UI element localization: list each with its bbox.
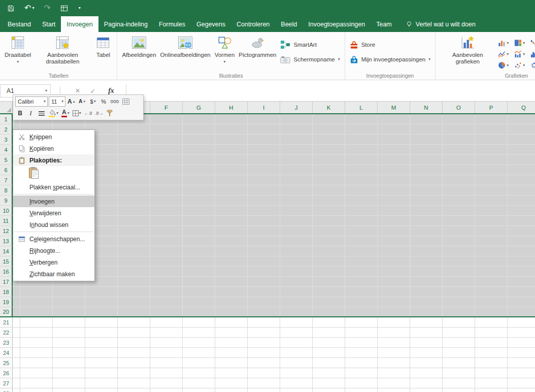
save-button[interactable]	[7, 5, 15, 12]
column-header-l[interactable]: L	[345, 102, 378, 113]
tab-invoegen[interactable]: Invoegen	[61, 16, 98, 32]
row-header-4[interactable]: 4	[0, 145, 13, 155]
row-header-3[interactable]: 3	[0, 135, 13, 145]
increase-decimal-button[interactable]: ←.0	[83, 108, 93, 118]
customize-quick-access-button[interactable]: ▾	[78, 6, 81, 10]
menu-item-celeigenschappen[interactable]: Celeigenschappen...	[13, 233, 94, 245]
row-header-16[interactable]: 16	[0, 267, 13, 277]
font-size-select[interactable]: 11 ▾	[49, 96, 65, 107]
menu-item-kopieren[interactable]: Kopiëren	[13, 143, 94, 154]
row-header-13[interactable]: 13	[0, 236, 13, 246]
tab-formules[interactable]: Formules	[153, 16, 191, 32]
format-painter-button[interactable]	[105, 108, 115, 118]
row-header-10[interactable]: 10	[0, 206, 13, 216]
column-header-f[interactable]: F	[150, 102, 183, 113]
format-as-table-button[interactable]	[121, 96, 131, 107]
column-header-m[interactable]: M	[378, 102, 410, 113]
decrease-font-size-button[interactable]: A▼	[78, 96, 87, 107]
ribbon-button-pictogrammen[interactable]: Pictogrammen	[237, 33, 278, 72]
pie-chart-button[interactable]: ▾	[498, 60, 514, 71]
row-header-24[interactable]: 24	[0, 348, 13, 358]
row-header-18[interactable]: 18	[0, 287, 13, 297]
row-header-28[interactable]: 28	[0, 388, 13, 392]
ribbon-button-store[interactable]: Store	[350, 39, 431, 50]
radar-chart-button[interactable]: ▾	[530, 60, 535, 71]
waterfall-chart-button[interactable]: ▾	[530, 38, 535, 48]
menu-item-invoegen[interactable]: Invoegen	[13, 195, 94, 207]
row-header-20[interactable]: 20	[0, 307, 13, 317]
column-header-q[interactable]: Q	[508, 102, 535, 113]
ribbon-button-aanbevolen-grafieken[interactable]: Aanbevolen grafieken	[438, 33, 497, 72]
row-header-26[interactable]: 26	[0, 368, 13, 378]
column-header-i[interactable]: I	[248, 102, 280, 113]
menu-item-zichtbaar-maken[interactable]: Zichtbaar maken	[13, 268, 94, 280]
font-name-select[interactable]: Calibri ▾	[15, 96, 48, 107]
row-header-27[interactable]: 27	[0, 378, 13, 388]
menu-item-inhoud-wissen[interactable]: Inhoud wissen	[13, 219, 94, 231]
undo-button[interactable]: ↶▾	[24, 4, 34, 12]
menu-item-verbergen[interactable]: Verbergen	[13, 256, 94, 268]
row-header-1[interactable]: 1	[0, 114, 13, 124]
font-color-button[interactable]: A ▾	[60, 108, 71, 118]
row-header-5[interactable]: 5	[0, 155, 13, 165]
percent-format-button[interactable]: %	[99, 96, 109, 107]
menu-item-rijhoogte[interactable]: Rijhoogte...	[13, 245, 94, 256]
column-header-p[interactable]: P	[475, 102, 508, 113]
row-header-22[interactable]: 22	[0, 328, 13, 338]
increase-font-size-button[interactable]: A▲	[66, 96, 77, 107]
menu-item-knippen[interactable]: Knippen	[13, 131, 94, 143]
paste-option-button[interactable]	[13, 166, 94, 181]
row-header-23[interactable]: 23	[0, 338, 13, 348]
scatter-chart-button[interactable]: ▾	[514, 60, 530, 71]
tab-bestand[interactable]: Bestand	[2, 16, 37, 32]
borders-button[interactable]: ▾	[72, 108, 82, 118]
row-header-2[interactable]: 2	[0, 124, 13, 135]
row-header-12[interactable]: 12	[0, 226, 13, 236]
column-header-j[interactable]: J	[280, 102, 313, 113]
ribbon-button-mijn-invoegtoepassingen[interactable]: Mijn invoegtoepassingen▾	[350, 54, 431, 65]
redo-button[interactable]: ↷	[44, 4, 50, 12]
workbook-button[interactable]	[60, 5, 68, 12]
row-header-21[interactable]: 21	[0, 317, 13, 328]
menu-item-plakken-speciaal[interactable]: Plakken speciaal...	[13, 181, 94, 193]
ribbon-button-vormen[interactable]: Vormen▾	[213, 33, 237, 72]
italic-button[interactable]: I	[26, 108, 36, 118]
line-chart-button[interactable]: ▾	[498, 49, 514, 59]
ribbon-button-tabel[interactable]: Tabel	[92, 33, 114, 72]
row-header-9[interactable]: 9	[0, 195, 13, 206]
fill-color-button[interactable]: ▾	[47, 108, 59, 118]
center-align-button[interactable]	[37, 108, 46, 118]
tab-team[interactable]: Team	[371, 16, 397, 32]
menu-item-verwijderen[interactable]: Verwijderen	[13, 207, 94, 219]
column-header-h[interactable]: H	[215, 102, 248, 113]
comma-format-button[interactable]: 000	[110, 96, 120, 107]
tab-gegevens[interactable]: Gegevens	[191, 16, 231, 32]
hierarchy-chart-button[interactable]: ▾	[514, 38, 530, 48]
tell-me[interactable]: Vertel wat u wilt doen	[406, 16, 476, 32]
row-header-15[interactable]: 15	[0, 256, 13, 267]
menu-item-plakopties[interactable]: Plakopties:	[13, 154, 94, 166]
column-header-n[interactable]: N	[410, 102, 443, 113]
currency-format-button[interactable]: $ ▾	[88, 96, 98, 107]
ribbon-button-aanbevolen-draaitabellen[interactable]: Aanbevolen draaitabellen	[33, 33, 92, 72]
row-header-19[interactable]: 19	[0, 297, 13, 307]
row-header-7[interactable]: 7	[0, 175, 13, 185]
column-chart-button[interactable]: ▾	[498, 38, 514, 48]
ribbon-button-schermopname[interactable]: Schermopname▾	[280, 54, 340, 65]
ribbon-button-smartart[interactable]: SmartArt	[280, 39, 340, 50]
tab-start[interactable]: Start	[37, 16, 61, 32]
tab-controleren[interactable]: Controleren	[231, 16, 275, 32]
tab-invoegtoepassingen[interactable]: Invoegtoepassingen	[303, 16, 371, 32]
tab-beeld[interactable]: Beeld	[275, 16, 303, 32]
row-header-17[interactable]: 17	[0, 277, 13, 287]
ribbon-button-afbeeldingen[interactable]: Afbeeldingen	[120, 33, 158, 72]
histogram-chart-button[interactable]: ▾	[530, 49, 535, 59]
ribbon-button-onlineafbeeldingen[interactable]: Onlineafbeeldingen	[158, 33, 213, 72]
ribbon-button-draaitabel[interactable]: Draaitabel▾	[3, 33, 33, 72]
tab-pagina-indeling[interactable]: Pagina-indeling	[98, 16, 153, 32]
formula-input[interactable]	[126, 84, 535, 97]
column-header-g[interactable]: G	[183, 102, 215, 113]
select-all-button[interactable]	[0, 102, 13, 114]
row-header-6[interactable]: 6	[0, 165, 13, 175]
bold-button[interactable]: B	[15, 108, 25, 118]
